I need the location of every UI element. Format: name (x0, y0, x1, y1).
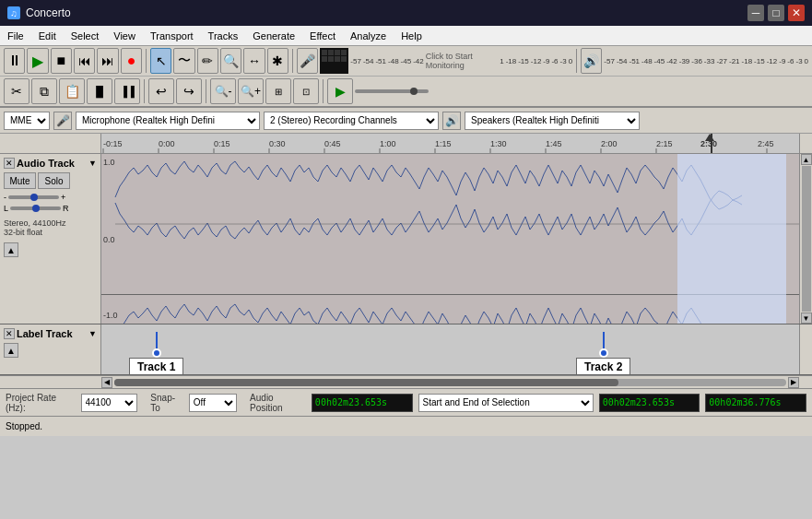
host-select[interactable]: MME (4, 112, 50, 130)
scroll-left-button[interactable]: ◀ (101, 377, 112, 388)
select-tool-button[interactable]: ↖ (150, 48, 171, 74)
scroll-up-button[interactable]: ▲ (801, 154, 812, 165)
forward-button[interactable]: ⏭ (97, 48, 118, 74)
playback-level-scale: -57-54-51-48-45-42-39-36-33-27-21-18-15-… (604, 57, 808, 65)
menu-transport[interactable]: Transport (143, 29, 201, 43)
timeshift-button[interactable]: ↔ (243, 48, 265, 74)
toolbar-sep-4 (144, 79, 145, 103)
track2-label-text[interactable]: Track 2 (576, 358, 630, 374)
selection-end-value: 00h02m36.776s (709, 397, 781, 407)
input-device-select[interactable]: Microphone (Realtek High Defini (76, 112, 260, 130)
record-meter (320, 48, 348, 74)
maximize-button[interactable]: □ (768, 5, 784, 21)
h-scrollbar-thumb[interactable] (114, 379, 618, 386)
svg-text:0:30: 0:30 (269, 139, 286, 148)
track1-pin-line (156, 332, 158, 348)
label-track-collapse-button[interactable]: ▲ (4, 343, 18, 358)
cut-button[interactable]: ✂ (4, 78, 29, 104)
label-track-close-button[interactable]: ✕ (4, 328, 15, 339)
silence-button[interactable]: ▐▐ (114, 78, 140, 104)
volume-slider-track[interactable] (355, 89, 429, 93)
timeline-ruler[interactable]: -0:15 0:00 0:15 0:30 0:45 1:00 1:15 1:30… (101, 134, 799, 154)
close-button[interactable]: ✕ (788, 5, 805, 21)
output-speaker-button[interactable]: 🔊 (442, 112, 461, 130)
waveform-channel-top[interactable] (101, 154, 799, 295)
copy-button[interactable]: ⧉ (31, 78, 57, 104)
project-rate-select[interactable]: 44100 (81, 394, 138, 412)
output-device-select[interactable]: Speakers (Realtek High Definiti (465, 112, 640, 130)
label-track-scrollbar-spacer (799, 324, 812, 374)
pan-slider[interactable] (10, 206, 61, 210)
record-button[interactable]: ● (121, 48, 142, 74)
audio-track-container: ✕ Audio Track ▼ Mute Solo - + L R Stereo… (0, 154, 812, 324)
audio-waveform-area[interactable]: 1.0 0.0 -1.0 1.0 0.0 -1.0 (101, 154, 799, 324)
zoom-out-button[interactable]: 🔍- (210, 78, 236, 104)
zoom-sel-button[interactable]: ⊡ (293, 78, 319, 104)
collapse-button[interactable]: ▲ (4, 242, 18, 257)
undo-button[interactable]: ↩ (148, 78, 174, 104)
waveform-channel-bottom[interactable] (101, 295, 799, 324)
label-track-menu-arrow[interactable]: ▼ (88, 329, 97, 338)
selection-start-value: 00h02m23.653s (603, 397, 675, 407)
pause-button[interactable]: ⏸ (4, 48, 25, 74)
play-button[interactable]: ▶ (27, 48, 48, 74)
pan-left-label: L (4, 204, 8, 213)
scroll-right-button[interactable]: ▶ (788, 377, 799, 388)
draw-tool-button[interactable]: ✏ (197, 48, 218, 74)
menu-edit[interactable]: Edit (31, 29, 64, 43)
paste-button[interactable]: 📋 (59, 78, 85, 104)
vu-seg (328, 56, 334, 62)
play-sel-button[interactable]: ▶ (327, 78, 353, 104)
h-scrollbar-track[interactable] (114, 379, 786, 386)
volume-slider-thumb[interactable] (410, 88, 418, 95)
svg-text:1:15: 1:15 (435, 139, 452, 148)
zoom-in2-button[interactable]: 🔍+ (238, 78, 264, 104)
selection-type-select[interactable]: Start and End of Selection (418, 394, 594, 412)
multitool-button[interactable]: ✱ (267, 48, 288, 74)
menu-select[interactable]: Select (64, 29, 107, 43)
scale-0.0-mid1: 0.0 (103, 235, 115, 244)
back-button[interactable]: ⏮ (74, 48, 95, 74)
track-close-button[interactable]: ✕ (4, 158, 15, 169)
stop-button[interactable]: ■ (51, 48, 72, 74)
playback-meter-button[interactable]: 🔊 (581, 48, 602, 74)
input-mic-button[interactable]: 🎤 (53, 112, 72, 130)
mute-button[interactable]: Mute (4, 172, 36, 189)
trim-button[interactable]: ▐▌ (87, 78, 112, 104)
pan-thumb[interactable] (32, 205, 40, 212)
waveform-svg-top (101, 154, 799, 294)
svg-text:1:00: 1:00 (380, 139, 396, 148)
menu-analyze[interactable]: Analyze (343, 29, 394, 43)
track2-pin-dot (599, 348, 608, 358)
zoom-fit-button[interactable]: ⊞ (265, 78, 291, 104)
start-monitoring-label[interactable]: Click to Start Monitoring (426, 52, 498, 70)
snap-to-select[interactable]: Off (189, 394, 237, 412)
gain-thumb[interactable] (30, 194, 38, 201)
snap-to-label: Snap-To (150, 393, 182, 413)
channels-select[interactable]: 2 (Stereo) Recording Channels (264, 112, 439, 130)
record-meter-button[interactable]: 🎤 (297, 48, 318, 74)
menu-effect[interactable]: Effect (302, 29, 343, 43)
gain-slider[interactable] (8, 195, 59, 199)
minimize-button[interactable]: ─ (747, 5, 764, 21)
redo-button[interactable]: ↪ (176, 78, 202, 104)
envelope-tool-button[interactable]: 〜 (173, 48, 194, 74)
scroll-down-button[interactable]: ▼ (801, 313, 812, 324)
toolbar-row-transport: ⏸ ▶ ■ ⏮ ⏭ ● ↖ 〜 ✏ 🔍 ↔ ✱ 🎤 (0, 46, 812, 77)
menu-file[interactable]: File (0, 29, 31, 43)
menu-help[interactable]: Help (394, 29, 430, 43)
track1-label-text[interactable]: Track 1 (129, 358, 183, 374)
scroll-thumb[interactable] (802, 166, 811, 312)
ruler-svg: -0:15 0:00 0:15 0:30 0:45 1:00 1:15 1:30… (101, 134, 799, 154)
menu-view[interactable]: View (106, 29, 143, 43)
vu-seg (341, 56, 347, 62)
track-menu-arrow[interactable]: ▼ (88, 159, 97, 168)
menu-tracks[interactable]: Tracks (201, 29, 246, 43)
pan-right-label: R (63, 204, 69, 213)
vertical-scrollbar[interactable]: ▲ ▼ (799, 154, 812, 324)
solo-button[interactable]: Solo (38, 172, 70, 189)
title-bar: ♫ Concerto ─ □ ✕ (0, 0, 812, 26)
menu-generate[interactable]: Generate (245, 29, 302, 43)
label-track-area[interactable]: Track 1 Track 2 (101, 324, 799, 374)
zoom-in-button[interactable]: 🔍 (220, 48, 241, 74)
